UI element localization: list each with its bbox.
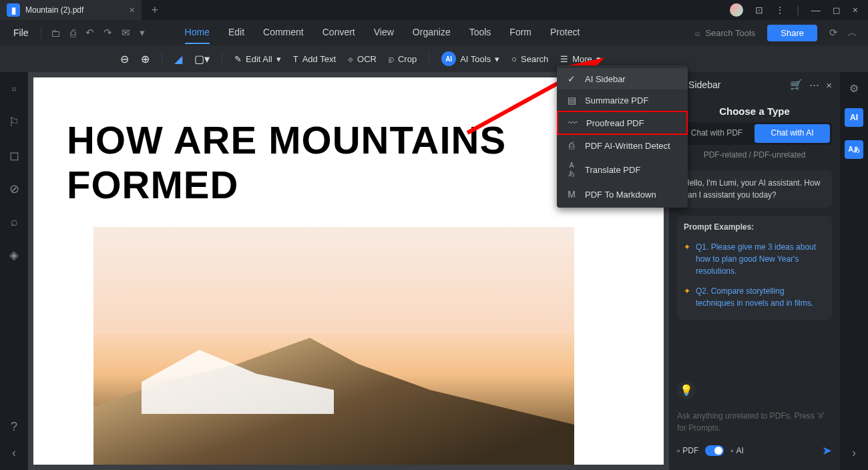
ai-rail-icon[interactable]: AI <box>845 108 863 127</box>
mail-icon[interactable]: ✉ <box>119 24 133 41</box>
comment-rail-icon[interactable]: ◻ <box>9 148 19 163</box>
ai-sidebar-header: AI Sidebar 🛒 ⋯ × <box>669 72 840 97</box>
attachment-icon[interactable]: ⊘ <box>9 182 19 196</box>
tab-tools[interactable]: Tools <box>469 21 491 44</box>
print-icon[interactable]: ⎙ <box>67 25 79 41</box>
edit-all-tool[interactable]: ✎ Edit All▾ <box>234 54 281 64</box>
tab-edit[interactable]: Edit <box>228 21 244 44</box>
sparkle-icon: ✦ <box>684 285 690 309</box>
undo-icon[interactable]: ↶ <box>83 24 97 41</box>
examples-title: Prompt Examples: <box>684 222 825 232</box>
tab-view[interactable]: View <box>374 21 394 44</box>
dropdown-icon[interactable]: ▾ <box>137 24 148 41</box>
bookmark-icon[interactable]: ⚐ <box>9 115 19 130</box>
ai-mode-label: ▫ AI <box>730 446 744 455</box>
layers-icon[interactable]: ◈ <box>9 248 19 262</box>
close-sidebar-icon[interactable]: × <box>826 79 832 91</box>
menubar: File 🗀 ⎙ ↶ ↷ ✉ ▾ Home Edit Comment Conve… <box>0 20 868 45</box>
dropdown-proofread[interactable]: 〰 Proofread PDF <box>557 111 688 135</box>
sparkle-icon: ✦ <box>684 241 690 277</box>
close-window-icon[interactable]: × <box>853 5 858 15</box>
tab-home[interactable]: Home <box>185 21 210 44</box>
app-icon: ▮ <box>7 3 20 17</box>
document-tab[interactable]: ▮ Mountain (2).pdf × <box>0 0 142 20</box>
ai-greeting: Hello, I'm Lumi, your AI assistant. How … <box>677 170 832 208</box>
sync-icon[interactable]: ⟳ <box>827 24 841 41</box>
proofread-icon: 〰 <box>568 118 578 128</box>
dropdown-translate[interactable]: Aあ Translate PDF <box>557 156 688 184</box>
dropdown-summarize[interactable]: ▤ Summarize PDF <box>557 89 688 111</box>
hint-icon[interactable]: 💡 <box>677 381 696 399</box>
tab-protect[interactable]: Protect <box>550 21 580 44</box>
check-icon: ✓ <box>566 73 577 84</box>
search-tool[interactable]: ○ Search <box>511 54 548 64</box>
translate-icon: Aあ <box>566 162 577 178</box>
send-icon[interactable]: ➤ <box>822 443 832 458</box>
text-icon: T <box>293 54 298 64</box>
help-icon[interactable]: ? <box>11 420 17 434</box>
more-tool[interactable]: ☰ More▾ <box>560 54 601 64</box>
redo-icon[interactable]: ↷ <box>101 24 115 41</box>
user-avatar[interactable] <box>730 3 743 17</box>
ocr-icon: ⟐ <box>348 54 353 64</box>
zoom-in-icon[interactable]: ⊕ <box>141 53 150 65</box>
window-controls: ⊡ ⋮ | — ◻ × <box>730 3 868 17</box>
ai-input-placeholder[interactable]: Ask anything unrelated to PDFs. Press '#… <box>677 406 832 438</box>
prompt-examples: Prompt Examples: ✦ Q1. Please give me 3 … <box>677 216 832 320</box>
ai-sidebar: AI Sidebar 🛒 ⋯ × Choose a Type Chat with… <box>669 72 840 470</box>
close-tab-icon[interactable]: × <box>129 5 134 15</box>
collapse-icon[interactable]: ︿ <box>845 24 860 42</box>
share-button[interactable]: Share <box>767 25 817 41</box>
search-icon: ○ <box>511 54 517 64</box>
more-dots-icon[interactable]: ⋯ <box>809 79 819 91</box>
thumbnail-icon[interactable]: ▫ <box>12 82 16 96</box>
crop-tool[interactable]: ⟄ Crop <box>389 54 417 64</box>
chat-ai-button[interactable]: Chat with AI <box>754 124 830 143</box>
zoom-out-icon[interactable]: ⊖ <box>120 53 129 65</box>
pencil-icon: ✎ <box>234 54 242 64</box>
search-tools[interactable]: ☼ Search Tools <box>693 28 755 38</box>
tab-convert[interactable]: Convert <box>322 21 355 44</box>
search-rail-icon[interactable]: ⌕ <box>11 215 18 229</box>
document-image <box>93 227 574 465</box>
tab-organize[interactable]: Organize <box>413 21 451 44</box>
highlight-icon[interactable]: ◢ <box>174 53 182 65</box>
add-tab-icon[interactable]: + <box>152 3 159 17</box>
crop-icon: ⟄ <box>389 54 394 64</box>
ai-tools-tool[interactable]: AI AI Tools▾ <box>441 51 499 66</box>
add-text-tool[interactable]: T Add Text <box>293 54 336 64</box>
mode-switch[interactable] <box>705 445 724 456</box>
chat-icon[interactable]: ⊡ <box>755 5 763 15</box>
markdown-icon: M <box>566 189 577 200</box>
ai-sidebar-title: AI Sidebar <box>677 79 783 90</box>
forward-icon[interactable]: › <box>852 446 856 459</box>
example-2[interactable]: ✦ Q2. Compare storytelling techniques in… <box>684 281 825 313</box>
minimize-icon[interactable]: — <box>811 5 821 15</box>
example-1[interactable]: ✦ Q1. Please give me 3 ideas about how t… <box>684 237 825 281</box>
dropdown-ai-detect[interactable]: ⎙ PDF AI-Written Detect <box>557 135 688 156</box>
save-icon[interactable]: 🗀 <box>48 25 63 41</box>
toolbar: ⊖ ⊕ ◢ ▢▾ ✎ Edit All▾ T Add Text ⟐ OCR ⟄ … <box>0 45 868 72</box>
pdf-mode-label: ▫ PDF <box>677 446 698 455</box>
cart-icon[interactable]: 🛒 <box>790 79 803 91</box>
ai-input-area: 💡 Ask anything unrelated to PDFs. Press … <box>669 374 840 470</box>
shape-icon[interactable]: ▢▾ <box>194 53 210 65</box>
right-rail: ⚙ AI Aあ › <box>840 72 868 470</box>
back-icon[interactable]: ‹ <box>12 446 16 460</box>
tab-title: Mountain (2).pdf <box>25 5 83 15</box>
dropdown-markdown[interactable]: M PDF To Markdown <box>557 184 688 205</box>
detect-icon: ⎙ <box>566 140 577 151</box>
tab-form[interactable]: Form <box>509 21 531 44</box>
ocr-tool[interactable]: ⟐ OCR <box>348 54 377 64</box>
dropdown-ai-sidebar[interactable]: ✓ AI Sidebar <box>557 68 688 89</box>
chat-pdf-button[interactable]: Chat with PDF <box>679 124 754 143</box>
translate-rail-icon[interactable]: Aあ <box>845 140 863 159</box>
main-tabs: Home Edit Comment Convert View Organize … <box>185 21 580 44</box>
file-menu[interactable]: File <box>8 27 34 38</box>
lightbulb-icon: ☼ <box>693 28 701 38</box>
maximize-icon[interactable]: ◻ <box>833 5 841 15</box>
settings-slider-icon[interactable]: ⚙ <box>849 82 859 95</box>
more-icon[interactable]: ⋮ <box>775 5 785 15</box>
tab-comment[interactable]: Comment <box>263 21 304 44</box>
menu-icon: ☰ <box>560 54 568 64</box>
